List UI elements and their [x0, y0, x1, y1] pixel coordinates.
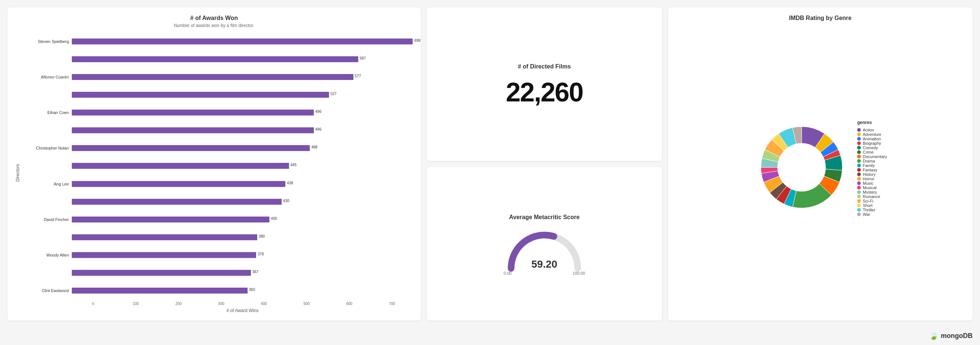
directed-films-value: 22,260 [506, 79, 583, 105]
bar-track: 577 [72, 72, 414, 82]
x-tick: 200 [157, 302, 200, 306]
mongodb-brand: mongoDB [941, 332, 973, 340]
bar-value-label: 496 [315, 127, 321, 131]
legend-dot [857, 155, 861, 159]
bar-label: Alfonso Cuarèn [24, 75, 72, 79]
bar-track: 699 [72, 37, 414, 46]
directed-films-card: # of Directed Films 22,260 [427, 7, 662, 161]
bar-row: David Fincher405 [24, 215, 414, 224]
legend-label: Music [863, 181, 873, 186]
bar-fill: 577 [72, 74, 353, 80]
bar-track: 405 [72, 215, 414, 224]
x-tick: 700 [371, 302, 413, 306]
legend-label: Fantasy [863, 168, 877, 172]
bar-fill: 405 [72, 216, 269, 223]
donut-svg-wrap [754, 119, 850, 217]
bar-value-label: 380 [259, 234, 265, 238]
legend-label: Short [863, 203, 872, 208]
x-tick: 300 [200, 302, 242, 306]
legend-label: Horror [863, 176, 874, 181]
legend-item: Action [857, 128, 887, 132]
mongodb-logo: 🍃 mongoDB [929, 331, 973, 340]
legend-item: Biography [857, 141, 887, 145]
bar-fill: 380 [72, 234, 257, 240]
bar-row: Alfonso Cuarèn577 [24, 72, 414, 82]
legend-dot [857, 213, 861, 216]
legend-title: genres [857, 120, 887, 125]
legend-item: Comedy [857, 145, 887, 150]
gauge-max: 100.00 [573, 271, 585, 275]
bar-chart-card: # of Awards Won Number of awards won by … [7, 7, 421, 321]
bar-label: Ang Lee [24, 182, 72, 186]
bar-row: 430 [24, 197, 414, 207]
bar-label: David Fincher [24, 217, 72, 222]
bar-track: 488 [72, 143, 414, 153]
legend-dot [857, 150, 861, 154]
legend-item: Horror [857, 176, 887, 181]
middle-col: # of Directed Films 22,260 Average Metac… [427, 7, 662, 321]
legend-item: Short [857, 203, 887, 208]
bar-fill: 360 [72, 288, 248, 294]
bar-row: Ang Lee438 [24, 179, 414, 189]
donut-svg [754, 119, 850, 215]
donut-chart-card: IMDB Rating by Genre genres ActionAdvent… [668, 7, 973, 321]
legend-items: ActionAdventureAnimationBiographyComedyC… [857, 128, 887, 216]
legend-label: Romance [863, 194, 880, 199]
legend-label: Sci-Fi [863, 199, 873, 203]
legend-item: Thriller [857, 208, 887, 212]
bar-fill: 496 [72, 127, 314, 133]
bar-fill: 496 [72, 110, 314, 116]
legend-label: Biography [863, 141, 881, 145]
legend-dot [857, 128, 861, 132]
bar-row: Ethan Coen496 [24, 108, 414, 117]
legend-dot [857, 132, 861, 136]
bar-label: Christopher Nolan [24, 146, 72, 150]
bar-chart-subtitle: Number of awards won by a film director. [15, 23, 414, 28]
legend-label: Adventure [863, 132, 881, 137]
footer: 🍃 mongoDB [0, 328, 980, 345]
bar-track: 378 [72, 250, 414, 260]
bar-value-label: 445 [291, 163, 297, 167]
legend-label: Documentary [863, 154, 887, 159]
legend-dot [857, 137, 861, 141]
legend-item: Crime [857, 150, 887, 154]
legend-item: Adventure [857, 132, 887, 137]
legend-dot [857, 181, 861, 185]
legend-item: History [857, 172, 887, 176]
bar-track: 496 [72, 108, 414, 117]
metacritic-title: Average Metacritic Score [509, 214, 580, 221]
legend-dot [857, 195, 861, 199]
top-row: # of Awards Won Number of awards won by … [7, 7, 973, 321]
bar-value-label: 527 [331, 92, 337, 96]
mongodb-leaf-icon: 🍃 [929, 331, 939, 340]
bar-track: 367 [72, 268, 414, 278]
bar-label: Woody Allen [24, 253, 72, 257]
bar-track: 360 [72, 286, 414, 296]
x-axis: 0100200300400500600700 [24, 302, 414, 306]
legend-item: Romance [857, 194, 887, 199]
gauge-min: 0.00 [504, 271, 511, 275]
legend-label: History [863, 172, 875, 176]
x-tick: 0 [72, 302, 115, 306]
bar-fill: 527 [72, 92, 329, 98]
legend-dot [857, 186, 861, 189]
bar-chart-area: Directors Steven Spielberg699587Alfonso … [15, 33, 414, 313]
legend-item: War [857, 212, 887, 216]
legend-dot [857, 168, 861, 172]
legend-label: Family [863, 163, 875, 168]
x-tick: 500 [285, 302, 328, 306]
x-axis-label: # of Award Wins [24, 308, 414, 313]
legend-label: Musical [863, 186, 877, 190]
legend-dot [857, 177, 861, 181]
legend-dot [857, 173, 861, 176]
bar-row: Steven Spielberg699 [24, 37, 414, 46]
bar-label: Clint Eastwood [24, 288, 72, 293]
gauge-value: 59.20 [504, 258, 585, 270]
donut-area: genres ActionAdventureAnimationBiography… [675, 23, 965, 313]
metacritic-card: Average Metacritic Score 59.20 0.00 100.… [427, 167, 662, 321]
bar-fill: 367 [72, 270, 251, 276]
x-tick: 400 [242, 302, 285, 306]
legend-label: Thriller [863, 208, 875, 212]
bar-row: Clint Eastwood360 [24, 286, 414, 296]
bar-chart-title: # of Awards Won [15, 15, 414, 21]
